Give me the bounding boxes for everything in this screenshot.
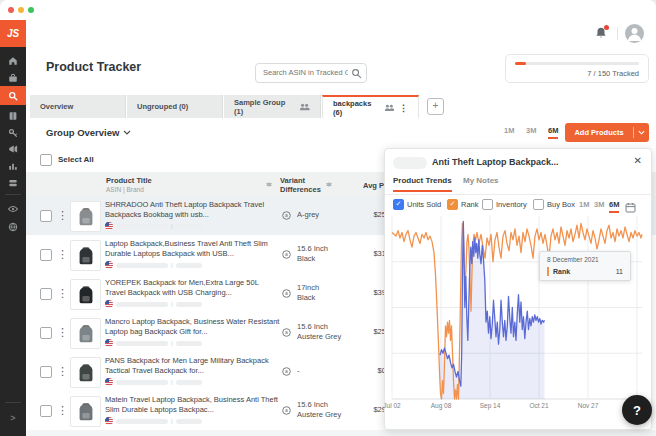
- legend-units-sold[interactable]: ✓Units Sold: [393, 199, 441, 210]
- meta-separator: |: [171, 262, 173, 268]
- tooltip-date: 8 December 2021: [547, 256, 599, 263]
- tab-menu-icon[interactable]: ⋮: [399, 103, 408, 113]
- globe-icon[interactable]: [0, 218, 26, 235]
- tracked-progress-track: [515, 62, 639, 65]
- main-content: Product Tracker 7 / 150 Tracked Overview…: [26, 47, 656, 436]
- product-title[interactable]: PANS Backpack for Men Large Military Bac…: [105, 356, 281, 375]
- tab-backpacks[interactable]: backpacks (6) ⋮: [322, 95, 419, 118]
- panel-range-6m[interactable]: 6M: [609, 200, 619, 213]
- row-checkbox[interactable]: [40, 210, 52, 222]
- row-checkbox[interactable]: [40, 249, 52, 261]
- row-menu-icon[interactable]: ⋮: [57, 324, 68, 340]
- bell-icon[interactable]: [594, 26, 608, 40]
- tab-my-notes[interactable]: My Notes: [463, 176, 499, 190]
- backpack-silhouette: [75, 245, 97, 267]
- column-variant-differences[interactable]: Variant Differences: [280, 176, 321, 194]
- megaphone-icon[interactable]: [0, 140, 26, 157]
- row-checkbox[interactable]: [40, 288, 52, 300]
- sidebar-expand-icon[interactable]: >: [0, 413, 26, 423]
- product-image[interactable]: [70, 396, 101, 427]
- chevron-down-icon[interactable]: [634, 130, 649, 135]
- window-zoom-button[interactable]: [28, 7, 34, 13]
- panel-range-1m[interactable]: 1M: [579, 200, 589, 211]
- add-group-tab-button[interactable]: +: [427, 98, 444, 115]
- key-icon[interactable]: [0, 124, 26, 141]
- product-title[interactable]: SHRRADOO Anti Theft Laptop Backpack Trav…: [105, 200, 281, 219]
- avg-price: $39.: [348, 288, 388, 297]
- row-checkbox[interactable]: [40, 366, 52, 378]
- sort-icon[interactable]: [266, 179, 271, 188]
- product-image[interactable]: [70, 279, 101, 310]
- legend-rank[interactable]: ✓Rank: [447, 199, 479, 210]
- product-title[interactable]: Laptop Backpack,Business Travel Anti The…: [105, 239, 281, 258]
- variant-line: Austere Grey: [297, 332, 341, 342]
- checkbox-icon[interactable]: ✓: [393, 199, 404, 210]
- legend-buy-box[interactable]: Buy Box: [533, 199, 575, 210]
- chart-legend: ✓Units Sold ✓Rank Inventory Buy Box 1M 3…: [385, 199, 651, 213]
- column-title: Product Title: [106, 176, 152, 185]
- range-6m-button[interactable]: 6M: [548, 126, 558, 139]
- row-checkbox[interactable]: [40, 327, 52, 339]
- close-icon[interactable]: ✕: [634, 155, 642, 166]
- briefcase-icon[interactable]: [0, 69, 26, 86]
- asin-redacted: [116, 224, 168, 229]
- bar-chart-icon[interactable]: [0, 157, 26, 174]
- checkbox-icon[interactable]: [533, 199, 544, 210]
- variant-line: 15.6 Inch: [297, 400, 341, 410]
- sort-icon[interactable]: [326, 179, 331, 188]
- tab-label: Sample Group (1): [234, 98, 295, 116]
- product-title[interactable]: Matein Travel Laptop Backpack, Business …: [105, 395, 281, 414]
- range-3m-button[interactable]: 3M: [526, 126, 536, 137]
- variant-cell: -: [297, 366, 300, 376]
- add-products-button[interactable]: Add Products: [565, 123, 649, 142]
- trend-chart[interactable]: Jul 02Aug 08Sep 14Oct 21Nov 27: [392, 216, 642, 399]
- tooltip-row: Rank 11: [547, 266, 623, 276]
- tab-overview[interactable]: Overview: [30, 95, 126, 118]
- checkbox-icon[interactable]: [482, 199, 493, 210]
- search-icon[interactable]: [0, 86, 26, 105]
- avatar[interactable]: [625, 24, 644, 43]
- us-flag-icon: [105, 417, 113, 425]
- panel-title: Anti Theft Laptop Backpack...: [432, 157, 559, 167]
- product-image[interactable]: [70, 240, 101, 271]
- select-all-checkbox[interactable]: [40, 154, 52, 166]
- row-menu-icon[interactable]: ⋮: [57, 207, 68, 223]
- range-1m-button[interactable]: 1M: [504, 126, 514, 137]
- row-checkbox[interactable]: [40, 405, 52, 417]
- row-menu-icon[interactable]: ⋮: [57, 402, 68, 418]
- window-close-button[interactable]: [8, 7, 14, 13]
- legend-label: Inventory: [496, 200, 527, 209]
- sidebar: >: [0, 47, 26, 436]
- tab-product-trends[interactable]: Product Trends: [393, 176, 452, 192]
- product-title[interactable]: Mancro Laptop Backpack, Business Water R…: [105, 317, 281, 336]
- window-minimize-button[interactable]: [18, 7, 24, 13]
- row-menu-icon[interactable]: ⋮: [57, 246, 68, 262]
- row-menu-icon[interactable]: ⋮: [57, 363, 68, 379]
- home-icon[interactable]: [0, 52, 26, 69]
- help-button[interactable]: ?: [622, 395, 652, 425]
- variant-icon: a: [282, 323, 291, 332]
- group-overview-dropdown[interactable]: Group Overview: [46, 127, 131, 138]
- panel-range-3m[interactable]: 3M: [594, 200, 604, 211]
- tab-ungrouped[interactable]: Ungrouped (0): [127, 95, 223, 118]
- select-all-label: Select All: [58, 155, 94, 164]
- product-image[interactable]: [70, 357, 101, 388]
- app-logo[interactable]: JS: [0, 20, 26, 47]
- tab-sample-group[interactable]: Sample Group (1): [224, 95, 321, 118]
- us-flag-icon: [105, 378, 113, 386]
- x-tick-label: Oct 21: [529, 402, 548, 409]
- tab-label: Overview: [40, 102, 73, 111]
- checkbox-icon[interactable]: ✓: [447, 199, 458, 210]
- product-title[interactable]: YOREPEK Backpack for Men,Extra Large 50L…: [105, 278, 281, 297]
- row-menu-icon[interactable]: ⋮: [57, 285, 68, 301]
- product-image[interactable]: [70, 201, 101, 232]
- stack-icon[interactable]: [0, 174, 26, 191]
- meta-separator: |: [171, 301, 173, 307]
- column-product-title[interactable]: Product Title ASIN | Brand: [106, 176, 152, 193]
- eye-icon[interactable]: [0, 200, 26, 217]
- book-icon[interactable]: [0, 107, 26, 124]
- calendar-icon[interactable]: [625, 199, 636, 210]
- column-avg-price[interactable]: Avg P: [363, 181, 384, 190]
- legend-inventory[interactable]: Inventory: [482, 199, 527, 210]
- product-image[interactable]: [70, 318, 101, 349]
